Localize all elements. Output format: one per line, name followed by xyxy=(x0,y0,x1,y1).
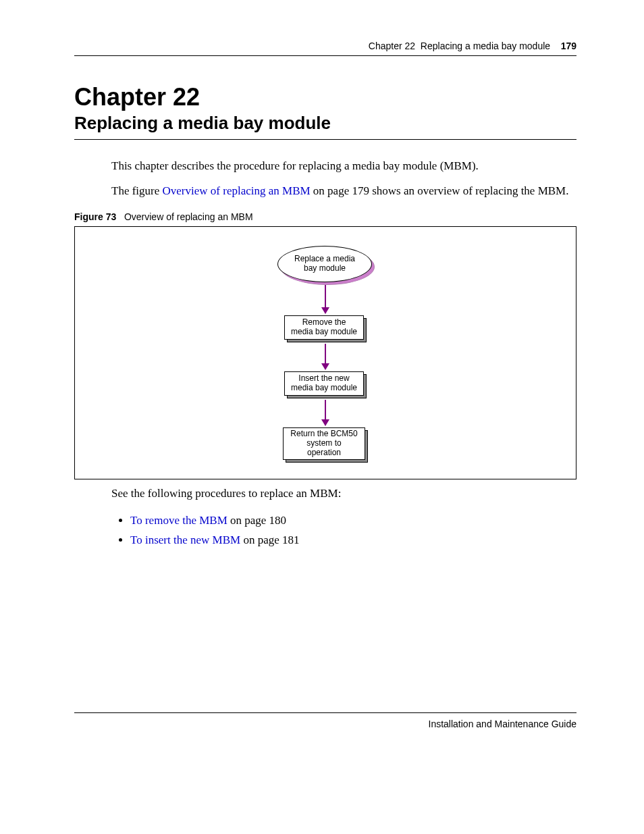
fig-ref-post: on page 179 shows an overview of replaci… xyxy=(311,184,569,197)
flow-arrow-icon xyxy=(321,344,329,370)
figure-reference-paragraph: The figure Overview of replacing an MBM … xyxy=(111,184,576,199)
flow-node-return-label: Return the BCM50 system to operation xyxy=(290,429,357,457)
flow-node-remove: Remove the media bay module xyxy=(284,315,367,342)
flow-node-start: Replace a media bay module xyxy=(277,246,373,284)
procedure-link-remove[interactable]: To remove the MBM xyxy=(130,514,227,527)
header-pagenum: 179 xyxy=(561,41,576,51)
page-footer: Installation and Maintenance Guide xyxy=(74,712,576,729)
procedure-suffix: on page 180 xyxy=(227,514,286,527)
header-subject: Replacing a media bay module xyxy=(421,41,550,51)
flow-node-insert: Insert the new media bay module xyxy=(284,371,367,398)
chapter-number: Chapter 22 xyxy=(74,83,576,111)
running-header: Chapter 22 Replacing a media bay module … xyxy=(74,41,576,56)
procedure-suffix: on page 181 xyxy=(240,533,299,546)
procedure-list: To remove the MBM on page 180 To insert … xyxy=(111,511,576,550)
title-rule xyxy=(74,139,576,140)
flow-node-start-label: Replace a media bay module xyxy=(294,255,355,273)
flowchart-figure: Replace a media bay module Remove the me… xyxy=(74,226,576,479)
header-chapter: Chapter 22 xyxy=(369,41,415,51)
figure-caption: Figure 73 Overview of replacing an MBM xyxy=(74,211,576,222)
flow-node-insert-label: Insert the new media bay module xyxy=(291,374,357,393)
chapter-title: Replacing a media bay module xyxy=(74,113,576,134)
list-item: To insert the new MBM on page 181 xyxy=(130,531,576,550)
see-following-paragraph: See the following procedures to replace … xyxy=(111,486,576,502)
flow-node-return: Return the BCM50 system to operation xyxy=(283,427,368,463)
figure-label: Figure 73 xyxy=(74,211,116,222)
flow-arrow-icon xyxy=(321,400,329,426)
figure-caption-text: Overview of replacing an MBM xyxy=(124,211,253,222)
fig-ref-pre: The figure xyxy=(111,184,163,197)
list-item: To remove the MBM on page 180 xyxy=(130,511,576,531)
intro-paragraph: This chapter describes the procedure for… xyxy=(111,159,576,174)
flow-node-remove-label: Remove the media bay module xyxy=(291,318,357,337)
flow-arrow-icon xyxy=(321,285,329,314)
footer-text: Installation and Maintenance Guide xyxy=(429,719,576,729)
figure-reference-link[interactable]: Overview of replacing an MBM xyxy=(163,184,311,197)
procedure-link-insert[interactable]: To insert the new MBM xyxy=(130,533,240,546)
